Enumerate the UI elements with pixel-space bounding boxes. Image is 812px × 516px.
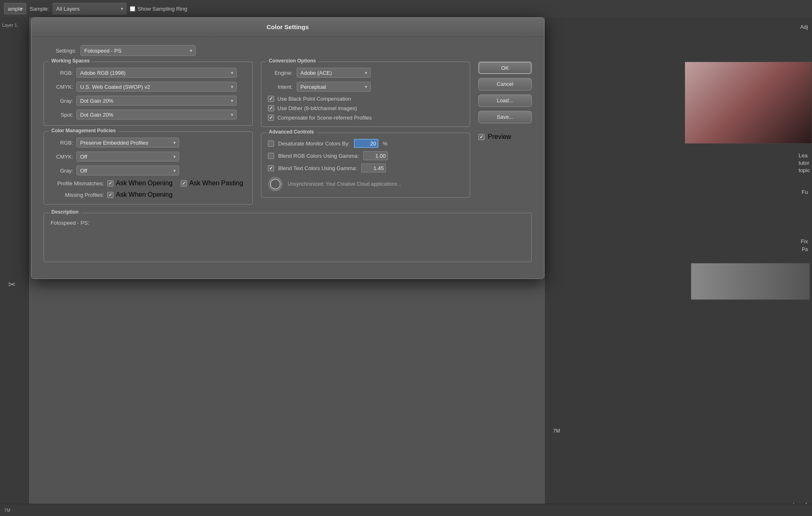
cmp-gray-select[interactable]: Off — [76, 166, 179, 175]
all-layers-select[interactable]: All Layers — [53, 3, 127, 14]
desaturate-label: Desaturate Monitor Colors By: — [278, 141, 350, 147]
ok-button[interactable]: OK — [478, 62, 532, 74]
left-panel: Layer 1, ✂ — [0, 0, 29, 516]
ask-when-pasting-label: Ask When Pasting — [189, 180, 243, 187]
intent-row: Intent: Perceptual — [268, 82, 463, 92]
color-settings-dialog: Color Settings Settings: Fotospeed - PS … — [31, 17, 544, 279]
intent-select[interactable]: Perceptual — [297, 82, 371, 92]
rgb-label: RGB: — [51, 70, 73, 76]
blend-rgb-checkbox[interactable] — [268, 153, 274, 159]
engine-select-wrapper[interactable]: Adobe (ACE) — [297, 68, 371, 78]
ask-when-opening-label: Ask When Opening — [116, 180, 173, 187]
engine-select[interactable]: Adobe (ACE) — [297, 68, 371, 78]
cmp-cmyk-select-wrapper[interactable]: Off — [76, 152, 179, 161]
cmp-gray-label: Gray: — [51, 168, 73, 174]
advanced-controls-section: Advanced Controls Desaturate Monitor Col… — [261, 133, 470, 198]
dialog-main-layout: Working Spaces RGB: Adobe RGB (1998) CMY… — [44, 62, 532, 210]
ask-when-pasting-checkbox[interactable] — [181, 180, 187, 187]
lea-tutor-label: Leatutortopic — [799, 152, 810, 175]
cmyk-label: CMYK: — [51, 84, 73, 90]
sync-icon — [268, 177, 283, 191]
missing-profiles-checkboxes: Ask When Opening — [107, 191, 173, 198]
fu-label: Fu — [802, 189, 808, 195]
working-spaces-section: Working Spaces RGB: Adobe RGB (1998) CMY… — [44, 62, 253, 126]
preview-row: Preview — [478, 133, 532, 141]
rgb-select[interactable]: Adobe RGB (1998) — [76, 68, 237, 78]
cmp-gray-select-wrapper[interactable]: Off — [76, 166, 179, 175]
settings-row: Settings: Fotospeed - PS — [44, 45, 532, 56]
engine-label: Engine: — [268, 70, 293, 76]
fix-label: Fix — [801, 238, 808, 244]
settings-select[interactable]: Fotospeed - PS — [81, 45, 196, 56]
desaturate-row: Desaturate Monitor Colors By: % — [268, 139, 463, 148]
preview-checkbox[interactable] — [478, 134, 484, 140]
description-legend: Description — [49, 209, 81, 215]
dialog-title: Color Settings — [267, 23, 309, 30]
cmyk-select-wrapper[interactable]: U.S. Web Coated (SWOP) v2 — [76, 82, 237, 92]
settings-label: Settings: — [44, 48, 76, 54]
rgb-select-wrapper[interactable]: Adobe RGB (1998) — [76, 68, 237, 78]
cmp-rgb-select-wrapper[interactable]: Preserve Embedded Profiles — [76, 138, 179, 147]
show-sampling-ring-label: Show Sampling Ring — [138, 6, 187, 12]
load-button[interactable]: Load... — [478, 94, 532, 107]
use-dither-label: Use Dither (8-bit/channel images) — [277, 105, 357, 111]
missing-profiles-label: Missing Profiles: — [51, 192, 104, 198]
blend-rgb-input[interactable] — [363, 151, 388, 160]
engine-row: Engine: Adobe (ACE) — [268, 68, 463, 78]
preview-label: Preview — [488, 133, 511, 141]
use-dither-checkbox[interactable] — [268, 105, 274, 111]
spot-field-row: Spot: Dot Gain 20% — [51, 110, 246, 120]
adj-label: Adj — [800, 24, 808, 30]
advanced-controls-legend: Advanced Controls — [266, 129, 316, 135]
spot-label: Spot: — [51, 112, 73, 118]
percent-label: % — [383, 141, 388, 147]
intent-select-wrapper[interactable]: Perceptual — [297, 82, 371, 92]
ask-when-opening-checkbox[interactable] — [107, 180, 113, 187]
description-text: Fotospeed - PS: — [51, 220, 89, 226]
working-spaces-legend: Working Spaces — [49, 58, 92, 64]
sample-type-wrapper[interactable]: ample — [4, 3, 26, 14]
compensate-row: Compensate for Scene-referred Profiles — [268, 115, 463, 121]
show-sampling-ring-row: Show Sampling Ring — [130, 6, 187, 12]
buttons-column: OK Cancel Load... Save... Preview — [478, 62, 532, 210]
cmp-rgb-row: RGB: Preserve Embedded Profiles — [51, 138, 246, 147]
layer-label-left: Layer 1, — [2, 23, 18, 28]
missing-ask-when-opening-checkbox[interactable] — [107, 192, 113, 198]
settings-select-wrapper[interactable]: Fotospeed - PS — [81, 45, 196, 56]
gray-select-wrapper[interactable]: Dot Gain 20% — [76, 96, 237, 106]
cmp-cmyk-label: CMYK: — [51, 154, 73, 160]
scissors-icon[interactable]: ✂ — [8, 279, 16, 290]
all-layers-wrapper[interactable]: All Layers — [53, 3, 127, 14]
cmp-rgb-select[interactable]: Preserve Embedded Profiles — [76, 138, 179, 147]
compensate-checkbox[interactable] — [268, 115, 274, 121]
description-box: Description Fotospeed - PS: — [44, 213, 532, 262]
desaturate-input[interactable] — [354, 139, 378, 148]
missing-profiles-row: Missing Profiles: Ask When Opening — [51, 191, 246, 198]
blend-text-label: Blend Text Colors Using Gamma: — [278, 165, 357, 171]
desaturate-checkbox[interactable] — [268, 141, 274, 147]
blend-rgb-row: Blend RGB Colors Using Gamma: — [268, 151, 463, 160]
bottom-bar-size: 7M — [4, 508, 10, 513]
right-column: Conversion Options Engine: Adobe (ACE) I… — [261, 62, 470, 210]
show-sampling-ring-checkbox[interactable] — [130, 6, 135, 12]
blend-text-input[interactable] — [361, 164, 386, 173]
color-management-section: Color Management Policies RGB: Preserve … — [44, 131, 253, 205]
use-black-point-checkbox[interactable] — [268, 96, 274, 102]
spot-select[interactable]: Dot Gain 20% — [76, 110, 237, 120]
blend-text-row: Blend Text Colors Using Gamma: — [268, 164, 463, 173]
save-button[interactable]: Save... — [478, 111, 532, 123]
gray-label: Gray: — [51, 98, 73, 104]
blend-text-checkbox[interactable] — [268, 165, 274, 171]
conversion-options-legend: Conversion Options — [266, 58, 318, 64]
cmp-cmyk-row: CMYK: Off — [51, 152, 246, 161]
cancel-button[interactable]: Cancel — [478, 78, 532, 90]
cmyk-select[interactable]: U.S. Web Coated (SWOP) v2 — [76, 82, 237, 92]
cmp-cmyk-select[interactable]: Off — [76, 152, 179, 161]
spot-select-wrapper[interactable]: Dot Gain 20% — [76, 110, 237, 120]
profile-mismatches-checkboxes: Ask When Opening Ask When Pasting — [107, 180, 243, 187]
dialog-titlebar: Color Settings — [31, 18, 544, 37]
blend-rgb-label: Blend RGB Colors Using Gamma: — [278, 153, 359, 159]
gray-select[interactable]: Dot Gain 20% — [76, 96, 237, 106]
cmp-gray-row: Gray: Off — [51, 166, 246, 175]
sample-type-select[interactable]: ample — [4, 3, 26, 14]
